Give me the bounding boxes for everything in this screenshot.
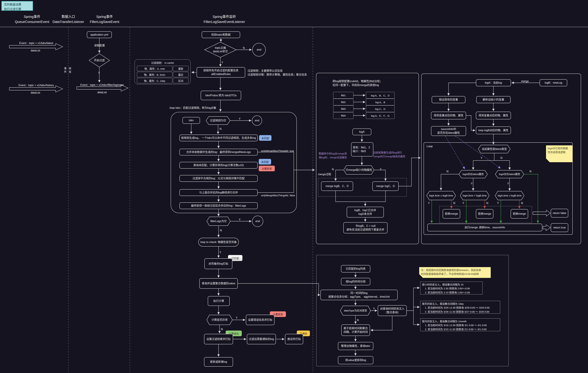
topic-check-decision: topic正确 dataList非空	[205, 42, 236, 57]
get-enabled-rules-node: 获取所有开启过滤的配置信息 allEnabledRules	[197, 67, 245, 78]
loop-tskv-title: loop tskv：匹配过滤规则，转为log对象	[170, 106, 264, 110]
empty-rule-decision: 过滤规则为空	[206, 116, 230, 124]
loga-state-node: 现有：fild1、2 缺少：fild3	[351, 142, 373, 156]
end-node-1: end	[252, 43, 266, 56]
y-label: Y	[239, 117, 241, 120]
log-cell: log A、B、C、D	[366, 92, 395, 99]
only-merge-true-label: onlyMergeMissThingAttr: true	[261, 149, 302, 153]
merge-process-label: merge过程	[318, 172, 338, 176]
only-merge-missing-decision: 只merge缺少的物属性	[344, 166, 374, 174]
y-label: Y	[220, 251, 221, 254]
n-label: N	[486, 202, 488, 205]
end-node-2: end	[252, 115, 262, 126]
n-label: N	[521, 202, 523, 205]
calc-node: 执行计算	[208, 296, 230, 306]
y-label: Y	[373, 307, 375, 310]
merge-missing-node: merge logC、D	[372, 181, 399, 191]
map-existing-node: 得到变量对应的物、属性	[431, 112, 466, 119]
merge-group-title: 把log按照配置(ruleId)、物属性(fild)分组； 在同一配置下，寻找待…	[333, 79, 417, 87]
reject-merge-node: 拒绝merge	[443, 209, 460, 218]
n-label: N	[220, 127, 221, 131]
y-label: Y	[471, 182, 473, 185]
rule-row-type: 最近	[173, 72, 189, 77]
query-unmatched-node: 查询未匹配、计算异常的log(计算次数≤10)	[179, 162, 258, 169]
take-existing-node: 取出现有的变量	[432, 96, 465, 103]
loop-label: Loop	[427, 144, 440, 148]
convert-node: tskvProtos 转为 tskvDTOs	[201, 91, 241, 100]
generate-log-node: 按规则生成log， 一个tskv可以命中不同过滤规则，生成多条log	[179, 135, 258, 141]
is-range-decision: dataType为区间类型	[340, 306, 371, 315]
n-label: N	[220, 229, 222, 232]
calc-error-decision: 计算是否异常	[207, 315, 232, 325]
filter-notify-node: 过滤出需要通知的log	[247, 334, 276, 344]
event1-payload: dataList	[10, 49, 61, 52]
n-label: N	[332, 168, 334, 171]
field-cell: fild3	[333, 105, 353, 112]
n-label: N	[243, 47, 245, 50]
n-label: N	[453, 202, 455, 205]
source-info-node: sourceInfo中 是否存在latest属性	[431, 126, 466, 136]
push-node: 推送并打标	[285, 334, 303, 344]
collect-query-node: 整理出物属性，查询tskv	[338, 342, 373, 350]
rules-cache-title: 过滤规则： in cache	[135, 61, 190, 65]
title-sticky-note: 实时数据消费 执行过滤引擎	[1, 1, 33, 11]
loop-check-node: loop to check: 物属性是否完备	[198, 238, 239, 247]
filterlogs-empty-decision: filterLogs为空	[207, 217, 230, 226]
lane-label-forward: 转发	[68, 67, 72, 74]
is-latest-decision: 当前属性是latest类型	[478, 145, 510, 153]
loga-node: logA	[352, 128, 371, 135]
y-label: Y	[497, 202, 499, 205]
rule-row-name: 物、属性：A, now	[137, 66, 172, 71]
mark-complete-node: 对完备的log打标	[204, 258, 232, 269]
event2-title: Event：topic = v1/tskv/history	[10, 83, 63, 87]
field-cell: fild1	[333, 92, 353, 99]
do-merge-node: 执行merge: 刷新time、sourceInfo	[427, 224, 542, 231]
only-merge-false-label: onlyMergeMissThingAttr: false	[261, 194, 303, 197]
group-time-node: 按log的时间分组	[341, 278, 370, 285]
reject-merge-node: 拒绝merge	[476, 209, 494, 218]
update-log-node: 更新或新增log	[204, 357, 233, 367]
loop-sticky-note: logA中已有的物属 性也适用该逻辑	[546, 145, 573, 162]
y-label: Y	[507, 182, 509, 185]
calc-start-node: 基于结束时间和聚合 间隔，计算开始时间	[341, 324, 370, 336]
n-label: N	[501, 156, 503, 159]
header-filter-log-save-event-listener: Spring事件监听 FilterLogSaveEventListener	[194, 14, 255, 24]
y-label: Y	[462, 202, 464, 205]
final-filter-logs-node: 最终获得一批经过层层合并后的log：filterLogs	[179, 202, 258, 209]
lane-label-event: 事件	[63, 67, 67, 74]
loop-logb-node: loop logB对应的物、属性	[476, 126, 511, 134]
round-query-node: 对查询时间四舍五入 （整点查询）	[378, 305, 407, 316]
merge-note-left: 数据库中的log去merge其 他log时，merge全部属性	[319, 152, 354, 159]
return-false-node: return false	[551, 209, 568, 218]
merge-all-node: merge logB、C、D	[321, 181, 353, 191]
n-label: N	[221, 328, 223, 331]
tskv-node: tskv	[182, 117, 200, 124]
a-has-latest-right-decision: logA存在latest属性	[495, 170, 524, 178]
end-node-3: end	[252, 216, 263, 227]
y-label: Y	[428, 202, 430, 205]
time-le-decision: logA.time ≤ logB.time	[427, 191, 456, 200]
y-label: Y	[481, 156, 483, 159]
diagram-canvas: 实时数据消费 执行过滤引擎 Spring事件 QueueConsumerEven…	[0, 0, 588, 373]
logb-new-node: logB：newLog	[540, 79, 567, 86]
unmatched-badge: 未匹配	[259, 159, 271, 165]
y-label: Y	[380, 168, 382, 171]
log-cell: log A、B	[366, 99, 395, 105]
application-yml-node: application.yml	[87, 31, 112, 38]
decision-yes-label: Y	[98, 72, 100, 74]
update-value-node: 将value更新到log	[338, 356, 373, 364]
round-day-rule: 按天四舍五入，假设聚合间隔为 1day 1. 若当前时间为 3/28 12:30…	[420, 301, 500, 314]
event1-title: Event：topic = v1/tskv/latest	[10, 41, 63, 45]
set-result-node: 设置过滤结果并打标	[204, 334, 233, 344]
round-hour-rule: 按小时四舍五入，假设聚合间隔为 1h 1. 若当前时间为 2:30 则查询 2:…	[420, 282, 483, 294]
rules-side-note: 过滤规则：主要携带公式信息 过滤规则详情：携带计算物、属性信息；聚合信息	[248, 69, 318, 77]
rule-row-type: 区间	[173, 78, 189, 83]
rule-row-name: 物、属性：C, 1day	[137, 78, 172, 83]
group-agg-node: 同一时间的log 按聚合信息分组：aggType、 aggInterval、ti…	[320, 290, 398, 300]
header-filter-log-save-event: Spring事件 FilterLogSaveEvent	[79, 14, 130, 24]
event3-payload: dataList	[77, 90, 127, 94]
matched-list-node: 已匹配的log列表	[341, 265, 370, 272]
merge-note-right: 当前批数据生成的log进行 merge时只merge缺失的属性	[373, 151, 414, 158]
n-label: N	[357, 319, 359, 322]
event2-payload: dataList	[10, 91, 61, 95]
